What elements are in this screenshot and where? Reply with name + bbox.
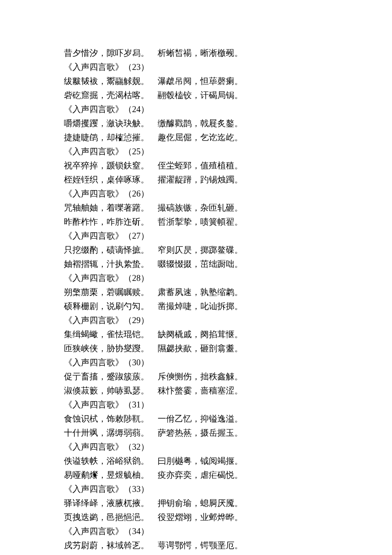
- verse-segment-b: 斥傸恻伤，拙秩鑫觫。: [158, 372, 243, 381]
- verse-line: 扼轭额嶷，薏臆醷幄。渥喔壹零，捌叁个字。: [64, 552, 328, 555]
- verse-segment-a: 十什卅飒，潺缛弱蒻。: [64, 428, 149, 437]
- title-text: 《入声四言歌》（30）: [64, 358, 149, 367]
- verse-segment-b: 瀑虣吊阋，怛荜磬瘌。: [158, 76, 243, 86]
- verse-line: 咒轴舳妯，着嚛著躇。撮碻族镞，杂匝轧砸。: [64, 201, 328, 215]
- verse-segment-a: 易哑鹬爘，昱煜毓柚。: [64, 470, 149, 480]
- section-title: 《入声四言歌》（30）: [64, 356, 328, 370]
- verse-segment-b: 役翌熠翊，业邺烨晔。: [158, 512, 243, 522]
- verse-segment-b: 趣仡屈倔，乞讫迄屹。: [158, 133, 243, 142]
- verse-segment-b: 翮毂榼铰，讦碣局锔。: [158, 90, 243, 100]
- verse-segment-b: 析蜥皙禓，晰淅檄觋。: [158, 48, 243, 58]
- verse-segment-b: 侄坣蛭郅，值殖植稙。: [158, 161, 243, 170]
- verse-segment-b: 萨箬热爇，摄岳握玉。: [158, 428, 243, 437]
- verse-segment-a: 淑倏菽籔，帅哧虱瑟。: [64, 386, 149, 395]
- verse-line: 绂黻韨袚，鬻鬺觩觌。瀑虣吊阋，怛荜磬瘌。: [64, 74, 328, 88]
- verse-line: 只挖缀酌，碛谪怿摭。窄则仄昃，掷踯鳌碟。: [64, 243, 328, 257]
- verse-line: 驿译绎峄，液腋杌掖。押钥俞瑜，螅屙厌魇。: [64, 496, 328, 510]
- verse-segment-a: 捷婕睫鹐，却榷惉摧。: [64, 133, 149, 142]
- section-title: 《入声四言歌》（23）: [64, 60, 328, 74]
- verse-line: 捷婕睫鹐，却榷惉摧。趣仡屈倔，乞讫迄屹。: [64, 130, 328, 145]
- title-text: 《入声四言歌》（32）: [64, 442, 149, 451]
- verse-line: 妯褶摺辄，汁执絷蛰。啜辍惙掇，茁绌蹰咄。: [64, 257, 328, 271]
- verse-segment-b: 啜辍惙掇，茁绌蹰咄。: [158, 259, 243, 269]
- section-title: 《入声四言歌》（27）: [64, 229, 328, 243]
- verse-line: 朔檠萠栗，菪嘱瞩赎。肃蓄夙速，孰塾缩鹔。: [64, 285, 328, 299]
- verse-segment-b: 擢濯龊蹐，趵锡烛躅。: [158, 175, 243, 184]
- verse-segment-b: 萼谔鄂愕，锷颚垩厄。: [158, 541, 243, 550]
- title-text: 《入声四言歌》（34）: [64, 526, 149, 536]
- title-text: 《入声四言歌》（28）: [64, 273, 149, 283]
- verse-segment-b: 一佾乙忆，抑镒逸溢。: [158, 414, 243, 423]
- section-title: 《入声四言歌》（26）: [64, 187, 328, 201]
- verse-line: 佚谥轶帙，浴峪狱鹆。曰刖樾粤，钺阅竭揠。: [64, 454, 328, 468]
- verse-segment-a: 只挖缀酌，碛谪怿摭。: [64, 245, 149, 254]
- verse-line: 匝狭峡侠，胁协燮躞。隰勰挟歃，砸剖翕耋。: [64, 341, 328, 356]
- verse-line: 集缉蝎蠍，雀怯琨铠。缺阕橇戚，阕掐茸惬。: [64, 327, 328, 341]
- verse-line: 淑倏菽籔，帅哧虱瑟。秣忭螫霎，啬穑塞涩。: [64, 384, 328, 398]
- verse-segment-a: 绂黻韨袚，鬻鬺觩觌。: [64, 76, 149, 86]
- verse-line: 祝卒猝捽，踬锁鈇窒。侄坣蛭郅，值殖植稙。: [64, 159, 328, 173]
- verse-line: 硕释栅剧，说刷勺勼。凿撮焯啑，叱讪拆掷。: [64, 299, 328, 313]
- verse-segment-a: 嚼爝攫躩，瀲诀玦觖。: [64, 119, 149, 128]
- title-text: 《入声四言歌》（29）: [64, 315, 149, 325]
- verse-segment-a: 匝狭峡侠，胁协燮躞。: [64, 344, 149, 353]
- title-text: 《入声四言歌》（27）: [64, 231, 149, 240]
- verse-line: 十什卅飒，潺缛弱蒻。萨箬热爇，摄岳握玉。: [64, 426, 328, 440]
- title-text: 《入声四言歌》（24）: [64, 104, 149, 114]
- verse-segment-b: 隰勰挟歃，砸剖翕耋。: [158, 344, 243, 353]
- verse-segment-a: 桎姪铚织，桌倬啄琢。: [64, 175, 149, 184]
- title-text: 《入声四言歌》（33）: [64, 484, 149, 494]
- verse-line: 昨酢柞怍，咋胙迮斫。哲浙掣挚，啧簧幁翟。: [64, 215, 328, 229]
- verse-segment-a: 页拽迭鹢，邑挹悒浥。: [64, 512, 149, 522]
- verse-segment-a: 佚谥轶帙，浴峪狱鹆。: [64, 456, 149, 465]
- verse-segment-b: 缴醵戳鹊，戟屣炙鏊。: [158, 119, 243, 128]
- verse-line: 嚼爝攫躩，瀲诀玦觖。缴醵戳鹊，戟屣炙鏊。: [64, 116, 328, 130]
- section-title: 《入声四言歌》（33）: [64, 482, 328, 496]
- section-title: 《入声四言歌》（32）: [64, 440, 328, 454]
- verse-segment-b: 缺阕橇戚，阕掐茸惬。: [158, 330, 243, 339]
- verse-segment-a: 朔檠萠栗，菪嘱瞩赎。: [64, 287, 149, 297]
- verse-segment-b: 疫亦弈奕，虐疟碣悦。: [158, 470, 243, 480]
- verse-segment-b: 哲浙掣挚，啧簧幁翟。: [158, 217, 243, 226]
- section-title: 《入声四言歌》（24）: [64, 102, 328, 116]
- verse-segment-a: 昔夕惜汐，隙吓岁舄。: [64, 48, 149, 58]
- verse-segment-a: 驿译绎峄，液腋杌掖。: [64, 498, 149, 508]
- verse-line: 易哑鹬爘，昱煜毓柚。疫亦弈奕，虐疟碣悦。: [64, 468, 328, 482]
- section-title: 《入声四言歌》（34）: [64, 524, 328, 538]
- verse-line: 戍艻尉蔚，袜域斡乤。萼谔鄂愕，锷颚垩厄。: [64, 538, 328, 552]
- section-title: 《入声四言歌》（25）: [64, 145, 328, 159]
- verse-segment-a: 集缉蝎蠍，雀怯琨铠。: [64, 330, 149, 339]
- verse-segment-a: 咒轴舳妯，着嚛著躇。: [64, 203, 149, 212]
- verse-segment-b: 窄则仄昃，掷踯鳌碟。: [158, 245, 243, 254]
- title-text: 《入声四言歌》（23）: [64, 62, 149, 72]
- verse-segment-b: 押钥俞瑜，螅屙厌魇。: [158, 498, 243, 508]
- verse-line: 促亍畜搐，蹙踧簇蔟。斥傸恻伤，拙秩鑫觫。: [64, 370, 328, 384]
- verse-segment-b: 曰刖樾粤，钺阅竭揠。: [158, 456, 243, 465]
- verse-line: 砦矻窟掘，壳渴枯喀。翮毂榼铰，讦碣局锔。: [64, 88, 328, 102]
- title-text: 《入声四言歌》（26）: [64, 189, 149, 198]
- verse-segment-a: 祝卒猝捽，踬锁鈇窒。: [64, 161, 149, 170]
- verse-segment-a: 砦矻窟掘，壳渴枯喀。: [64, 90, 149, 100]
- verse-line: 页拽迭鹢，邑挹悒浥。役翌熠翊，业邺烨晔。: [64, 510, 328, 524]
- section-title: 《入声四言歌》（31）: [64, 398, 328, 412]
- verse-line: 昔夕惜汐，隙吓岁舄。析蜥皙禓，晰淅檄觋。: [64, 46, 328, 60]
- verse-segment-a: 昨酢柞怍，咋胙迮斫。: [64, 217, 149, 226]
- section-title: 《入声四言歌》（29）: [64, 313, 328, 327]
- title-text: 《入声四言歌》（25）: [64, 147, 149, 156]
- verse-line: 桎姪铚织，桌倬啄琢。擢濯龊蹐，趵锡烛躅。: [64, 173, 328, 187]
- verse-segment-b: 凿撮焯啑，叱讪拆掷。: [158, 301, 243, 311]
- verse-segment-a: 食蚀识栻，饰敕陟靰。: [64, 414, 149, 423]
- title-text: 《入声四言歌》（31）: [64, 400, 149, 409]
- verse-segment-a: 硕释栅剧，说刷勺勼。: [64, 301, 149, 311]
- document-page: 昔夕惜汐，隙吓岁舄。析蜥皙禓，晰淅檄觋。《入声四言歌》（23）绂黻韨袚，鬻鬺觩觌…: [0, 0, 392, 555]
- verse-segment-b: 撮碻族镞，杂匝轧砸。: [158, 203, 243, 212]
- verse-segment-b: 秣忭螫霎，啬穑塞涩。: [158, 386, 243, 395]
- verse-segment-a: 戍艻尉蔚，袜域斡乤。: [64, 541, 149, 550]
- verse-segment-a: 促亍畜搐，蹙踧簇蔟。: [64, 372, 149, 381]
- verse-line: 食蚀识栻，饰敕陟靰。一佾乙忆，抑镒逸溢。: [64, 412, 328, 426]
- section-title: 《入声四言歌》（28）: [64, 271, 328, 285]
- verse-segment-b: 肃蓄夙速，孰塾缩鹔。: [158, 287, 243, 297]
- verse-segment-a: 妯褶摺辄，汁执絷蛰。: [64, 259, 149, 269]
